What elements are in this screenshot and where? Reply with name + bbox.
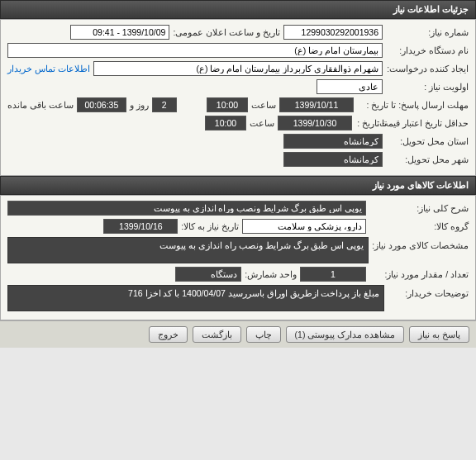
province-label: استان محل تحویل:	[386, 136, 469, 146]
panel-goods: شرح کلی نیاز: گروه کالا: تاریخ نیاز به ک…	[0, 195, 476, 320]
countdown-field	[77, 97, 126, 112]
requester-label: ایجاد کننده درخواست:	[386, 64, 469, 74]
announce-label: تاریخ و ساعت اعلان عمومی:	[173, 27, 280, 37]
deadline-label: مهلت ارسال پاسخ: تا تاریخ :	[357, 100, 469, 110]
city-label: شهر محل تحویل:	[386, 154, 469, 164]
section-header-goods: اطلاعات کالاهای مورد نیاز	[0, 176, 476, 195]
section-header-need-details: جزئیات اطلاعات نیاز	[0, 0, 476, 19]
respond-button[interactable]: پاسخ به نیاز	[409, 326, 469, 343]
buyer-notes-label: توضیحات خریدار:	[388, 285, 469, 298]
print-button[interactable]: چاپ	[246, 326, 281, 343]
qty-field[interactable]	[300, 267, 366, 282]
remain-label: ساعت باقی مانده	[7, 100, 74, 110]
specs-field[interactable]	[7, 237, 369, 263]
desc-label: شرح کلی نیاز:	[369, 203, 469, 213]
days-label: روز و	[130, 100, 149, 110]
need-number-label: شماره نیاز:	[386, 27, 469, 37]
announce-field[interactable]	[70, 25, 169, 40]
unit-field[interactable]	[175, 267, 241, 282]
requester-field[interactable]	[93, 61, 383, 76]
exit-button[interactable]: خروج	[149, 326, 188, 343]
contact-info-link[interactable]: اطلاعات تماس خریدار	[7, 64, 90, 74]
buyer-label: نام دستگاه خریدار:	[386, 45, 469, 55]
deadline-time-field[interactable]	[207, 97, 248, 112]
province-field[interactable]	[283, 134, 383, 149]
back-button[interactable]: بازگشت	[193, 326, 241, 343]
group-field[interactable]	[242, 219, 366, 234]
need-date-label: تاریخ نیاز به کالا:	[181, 221, 239, 231]
specs-label: مشخصات کالای مورد نیاز:	[372, 237, 469, 250]
credit-label: حداقل تاریخ اعتبار قیمت:	[390, 118, 469, 128]
attachments-button[interactable]: مشاهده مدارک پیوستی (1)	[286, 326, 405, 343]
priority-field[interactable]	[317, 79, 383, 94]
group-label: گروه کالا:	[369, 221, 469, 231]
panel-need-details: شماره نیاز: تاریخ و ساعت اعلان عمومی: نا…	[0, 19, 476, 176]
credit-date-field[interactable]	[278, 116, 352, 130]
days-remaining-field	[152, 97, 177, 112]
time-label-2: ساعت	[250, 118, 274, 128]
priority-label: اولویت نیاز :	[386, 82, 469, 92]
city-field[interactable]	[283, 152, 383, 167]
unit-label: واحد شمارش:	[245, 269, 297, 279]
need-number-field[interactable]	[283, 25, 383, 40]
desc-field[interactable]	[7, 201, 366, 216]
buyer-notes-field[interactable]	[7, 285, 384, 311]
to-date-label-2: تا تاریخ :	[355, 118, 387, 128]
qty-label: تعداد / مقدار مورد نیاز:	[369, 269, 469, 279]
deadline-date-field[interactable]	[279, 97, 354, 112]
need-date-field[interactable]	[103, 219, 178, 234]
buyer-field[interactable]	[7, 43, 383, 58]
button-bar: پاسخ به نیاز مشاهده مدارک پیوستی (1) چاپ…	[0, 320, 476, 348]
credit-time-field[interactable]	[205, 116, 246, 130]
time-label-1: ساعت	[251, 100, 276, 110]
